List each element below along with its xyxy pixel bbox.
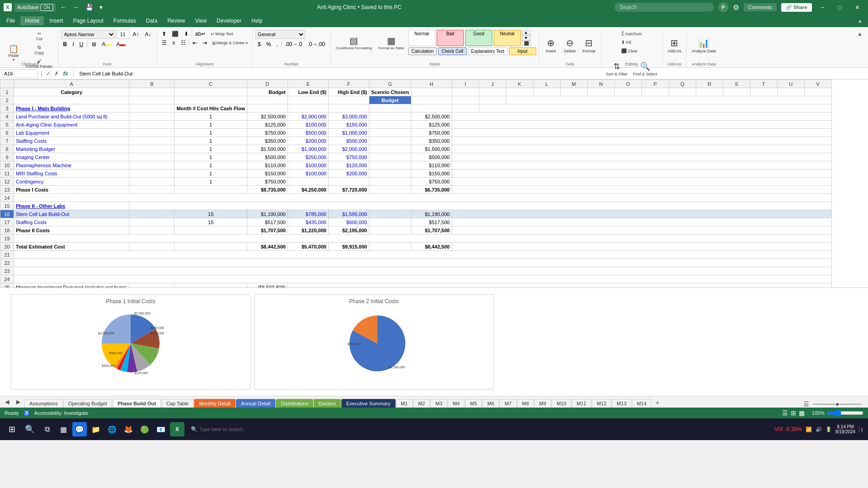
- normal-view-icon[interactable]: ⊞: [791, 409, 796, 417]
- cell-rest-20[interactable]: [452, 243, 831, 251]
- cell-B10[interactable]: [129, 161, 175, 169]
- row-header-18[interactable]: 18: [0, 226, 14, 235]
- cell-C9[interactable]: 1: [175, 153, 247, 161]
- col-header-I[interactable]: I: [452, 80, 479, 88]
- cell-rest-3[interactable]: [479, 104, 831, 113]
- cell-A16[interactable]: Stem Cell Lab Build-Out: [14, 210, 129, 218]
- cell-I1[interactable]: [452, 88, 479, 96]
- cell-C10[interactable]: 1: [175, 161, 247, 169]
- cell-I2[interactable]: [452, 96, 479, 104]
- settings-icon[interactable]: ⚙: [733, 3, 739, 12]
- cell-T1[interactable]: [750, 88, 777, 96]
- cell-E5[interactable]: $100,000: [288, 121, 328, 129]
- cell-A18[interactable]: Phase II Costs: [14, 226, 129, 235]
- row-header-17[interactable]: 17: [0, 218, 14, 226]
- cell-rest-12[interactable]: [452, 178, 831, 186]
- underline-button[interactable]: U: [77, 40, 86, 48]
- increase-decimal-button[interactable]: .0→.00: [306, 40, 328, 48]
- cell-rest-10[interactable]: [452, 161, 831, 169]
- tab-doctors[interactable]: Doctors: [314, 399, 341, 408]
- cell-D20[interactable]: $8,442,500: [247, 243, 288, 251]
- cell-B1[interactable]: [129, 88, 175, 96]
- col-header-J[interactable]: J: [479, 80, 506, 88]
- col-header-H[interactable]: H: [411, 80, 452, 88]
- cell-G13[interactable]: [369, 186, 411, 194]
- cell-E7[interactable]: $200,000: [288, 137, 328, 145]
- cell-F17[interactable]: $600,000: [328, 218, 369, 226]
- cell-F9[interactable]: $750,000: [328, 153, 369, 161]
- search-taskbar-area[interactable]: 🔍: [191, 426, 281, 432]
- col-header-B[interactable]: B: [129, 80, 175, 88]
- row-header-9[interactable]: 9: [0, 153, 14, 161]
- cell-G6[interactable]: [369, 129, 411, 137]
- row-header-8[interactable]: 8: [0, 145, 14, 153]
- cell-J1[interactable]: [479, 88, 506, 96]
- cell-F10[interactable]: $120,000: [328, 161, 369, 169]
- time-area[interactable]: 8:14 PM 8/19/2024: [835, 424, 856, 434]
- cell-B20[interactable]: [129, 243, 175, 251]
- cell-A8[interactable]: Marketing Budget: [14, 145, 129, 153]
- cell-D6[interactable]: $750,000: [247, 129, 288, 137]
- taskbar-search-input[interactable]: [199, 427, 281, 432]
- cell-F3[interactable]: [328, 104, 369, 113]
- comments-button[interactable]: Comments: [744, 3, 777, 11]
- cell-H5[interactable]: $125,000: [411, 121, 452, 129]
- cell-rest-4[interactable]: [452, 113, 831, 121]
- cell-B4[interactable]: [129, 113, 175, 121]
- styles-scroll-up-icon[interactable]: ▲: [522, 30, 531, 35]
- row-header-23[interactable]: 23: [0, 267, 14, 275]
- increase-indent-button[interactable]: ⇥: [200, 39, 209, 47]
- add-sheet-icon[interactable]: +: [652, 398, 663, 408]
- cell-B8[interactable]: [129, 145, 175, 153]
- tab-m3[interactable]: M3: [430, 399, 447, 408]
- cell-A9[interactable]: Imaging Center: [14, 153, 129, 161]
- cell-rest-6[interactable]: [452, 129, 831, 137]
- tab-m9[interactable]: M9: [534, 399, 551, 408]
- ribbon-collapse-icon[interactable]: ▲: [854, 17, 866, 25]
- menu-view[interactable]: View: [191, 16, 212, 25]
- excel-taskbar-icon[interactable]: X: [170, 422, 184, 436]
- font-family-select[interactable]: Aptos Narrow: [61, 30, 115, 39]
- tab-m1[interactable]: M1: [396, 399, 413, 408]
- bold-button[interactable]: B: [61, 40, 70, 48]
- style-neutral-button[interactable]: Neutral: [494, 30, 521, 46]
- menu-developer[interactable]: Developer: [212, 16, 246, 25]
- row-header-21[interactable]: 21: [0, 251, 14, 259]
- row-header-24[interactable]: 24: [0, 275, 14, 283]
- cell-L1[interactable]: [533, 88, 560, 96]
- widgets-icon[interactable]: ▦: [56, 422, 71, 436]
- cell-B17[interactable]: [129, 218, 175, 226]
- tab-assumptions[interactable]: Assumptions: [24, 399, 63, 408]
- copy-button[interactable]: ⧉ Copy: [24, 43, 55, 56]
- cell-F11[interactable]: $200,000: [328, 169, 369, 178]
- tab-m12[interactable]: M12: [592, 399, 611, 408]
- cell-D25[interactable]: ($8,593,808): [247, 283, 288, 288]
- fill-color-button[interactable]: A▬: [99, 40, 113, 48]
- volume-icon[interactable]: 🔊: [816, 427, 822, 432]
- tab-phase-build-out[interactable]: Phase Build Out: [113, 399, 161, 408]
- zoom-slider-icon[interactable]: ─────●─────: [813, 400, 862, 408]
- cell-P1[interactable]: [642, 88, 669, 96]
- cell-H16[interactable]: $1,190,000: [411, 210, 452, 218]
- cell-C18[interactable]: [175, 226, 247, 235]
- cell-M1[interactable]: [560, 88, 587, 96]
- col-header-M[interactable]: M: [560, 80, 587, 88]
- col-header-K[interactable]: K: [506, 80, 533, 88]
- cell-E8[interactable]: $1,000,000: [288, 145, 328, 153]
- cell-E18[interactable]: $1,220,000: [288, 226, 328, 235]
- cell-H2[interactable]: [411, 96, 452, 104]
- col-header-E[interactable]: E: [288, 80, 328, 88]
- cell-B11[interactable]: [129, 169, 175, 178]
- cell-H10[interactable]: $110,000: [411, 161, 452, 169]
- row-header-10[interactable]: 10: [0, 161, 14, 169]
- cell-C8[interactable]: 1: [175, 145, 247, 153]
- cell-A14[interactable]: [14, 194, 832, 202]
- font-color-button[interactable]: A▬: [114, 40, 127, 48]
- format-cells-button[interactable]: ⊟ Format: [580, 33, 598, 58]
- conditional-formatting-button[interactable]: ▤ Conditional Formatting: [333, 30, 374, 55]
- row-header-22[interactable]: 22: [0, 259, 14, 267]
- cell-G5[interactable]: [369, 121, 411, 129]
- cell-D10[interactable]: $110,000: [247, 161, 288, 169]
- font-increase-button[interactable]: A↑: [131, 30, 142, 38]
- cell-G12[interactable]: [369, 178, 411, 186]
